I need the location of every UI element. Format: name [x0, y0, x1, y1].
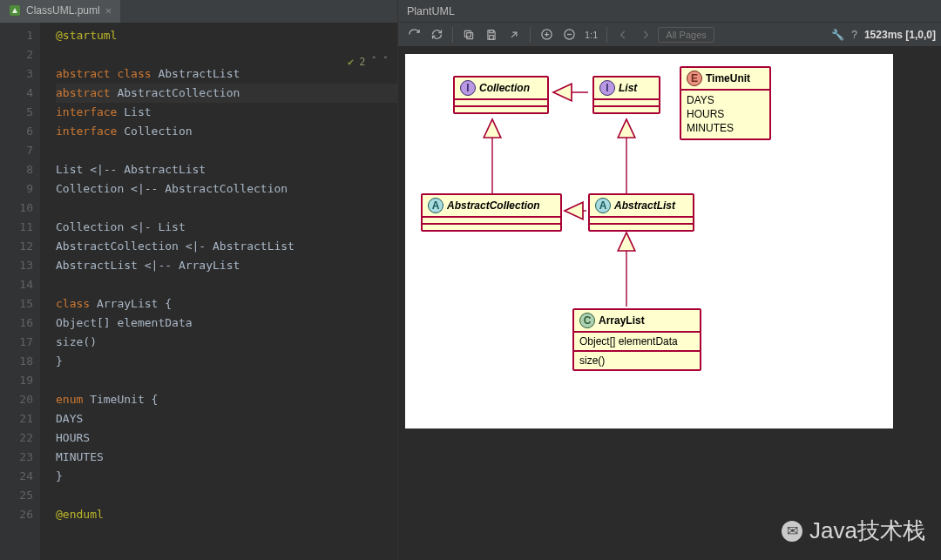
interface-badge-icon: I	[599, 80, 615, 96]
next-problem-icon[interactable]: ˇ	[382, 52, 389, 71]
uml-interface-list: IList	[592, 76, 660, 114]
help-icon[interactable]: ?	[851, 29, 857, 41]
enum-value: DAYS	[687, 93, 764, 107]
code-line[interactable]: List <|-- AbstractList	[56, 160, 397, 179]
zoom-out-icon[interactable]	[559, 25, 579, 44]
enum-value: HOURS	[687, 107, 764, 121]
code-line[interactable]: class ArrayList {	[56, 294, 397, 314]
code-line[interactable]: @startuml	[56, 26, 397, 45]
zoom-in-icon[interactable]	[536, 25, 557, 44]
code-area[interactable]: @startuml abstract class AbstractListabs…	[40, 23, 397, 560]
diagram-canvas: ICollection IList ETimeUnit DAYS HOURS M	[405, 54, 893, 428]
enum-value: MINUTES	[687, 121, 764, 135]
next-page-icon[interactable]	[635, 25, 656, 44]
code-line[interactable]	[56, 199, 397, 218]
code-line[interactable]: Collection <|- List	[56, 218, 397, 237]
file-tab-label: ClassUML.puml	[26, 4, 100, 17]
code-line[interactable]: DAYS	[56, 409, 397, 428]
code-line[interactable]	[56, 275, 397, 294]
interface-badge-icon: I	[460, 80, 476, 96]
code-line[interactable]: AbstractCollection <|- AbstractList	[56, 237, 397, 256]
svg-rect-3	[490, 30, 494, 32]
code-line[interactable]: interface Collection	[56, 122, 397, 141]
code-line[interactable]: @enduml	[56, 505, 397, 524]
code-line[interactable]	[56, 141, 397, 160]
inspection-count: 2	[359, 52, 365, 71]
code-line[interactable]: HOURS	[56, 428, 397, 448]
close-icon[interactable]: ×	[105, 4, 112, 17]
inspection-check-icon: ✔	[348, 52, 354, 71]
code-line[interactable]: AbstractList <|-- ArrayList	[56, 256, 397, 275]
file-tab[interactable]: ClassUML.puml ×	[0, 0, 120, 23]
prev-problem-icon[interactable]: ˆ	[371, 52, 377, 71]
code-line[interactable]: abstract AbstractCollection	[56, 84, 397, 103]
uml-abstract-abstractcollection: AAbstractCollection	[421, 193, 562, 232]
svg-rect-1	[467, 32, 473, 38]
code-line[interactable]: Collection <|-- AbstractCollection	[56, 179, 397, 199]
uml-name: AbstractList	[614, 199, 675, 212]
plantuml-file-icon	[9, 4, 21, 17]
uml-name: AbstractCollection	[447, 199, 540, 212]
svg-rect-2	[464, 30, 470, 37]
code-line[interactable]: size()	[56, 333, 397, 352]
preview-titlebar: PlantUML	[398, 0, 941, 23]
abstract-badge-icon: A	[428, 198, 443, 213]
code-line[interactable]: Object[] elementData	[56, 314, 397, 333]
uml-name: Collection	[479, 82, 530, 94]
diagram-viewport[interactable]: ICollection IList ETimeUnit DAYS HOURS M	[398, 47, 941, 560]
watermark-text: Java技术栈	[809, 516, 925, 546]
uml-abstract-abstractlist: AAbstractList	[588, 193, 694, 232]
wechat-icon: ✉	[782, 521, 802, 542]
class-badge-icon: C	[579, 313, 595, 328]
all-pages-button[interactable]: All Pages	[658, 27, 714, 43]
code-line[interactable]	[56, 45, 397, 64]
preview-title: PlantUML	[407, 5, 455, 17]
zoom-actual-button[interactable]: 1:1	[581, 25, 601, 44]
uml-name: List	[619, 82, 637, 94]
uml-name: TimeUnit	[706, 72, 750, 84]
uml-name: ArrayList	[599, 314, 645, 327]
auto-refresh-icon[interactable]	[426, 25, 447, 44]
uml-field: Object[] elementData	[574, 333, 700, 352]
inspection-hints[interactable]: ✔ 2 ˆ ˇ	[348, 52, 389, 71]
uml-class-arraylist: CArrayList Object[] elementData size()	[572, 308, 701, 371]
copy-icon[interactable]	[458, 25, 479, 44]
code-line[interactable]	[56, 371, 397, 390]
settings-icon[interactable]: 🔧	[831, 29, 844, 41]
uml-interface-collection: ICollection	[453, 76, 549, 114]
uml-enum-timeunit: ETimeUnit DAYS HOURS MINUTES	[680, 66, 771, 140]
line-gutter: 1234567891011121314151617181920212223242…	[0, 23, 40, 560]
abstract-badge-icon: A	[595, 198, 611, 213]
code-line[interactable]: enum TimeUnit {	[56, 390, 397, 409]
render-status: 1523ms [1,0,0]	[864, 29, 936, 41]
watermark: ✉ Java技术栈	[782, 516, 925, 546]
code-line[interactable]: interface List	[56, 103, 397, 122]
enum-badge-icon: E	[687, 71, 702, 86]
code-line[interactable]: MINUTES	[56, 448, 397, 467]
save-icon[interactable]	[481, 25, 502, 44]
preview-toolbar: 1:1 All Pages 🔧 ? 1523ms [1,0,0]	[398, 23, 941, 47]
code-line[interactable]: }	[56, 352, 397, 371]
uml-method: size()	[574, 352, 700, 369]
code-line[interactable]: }	[56, 467, 397, 486]
code-editor[interactable]: 1234567891011121314151617181920212223242…	[0, 23, 397, 560]
editor-tabbar: ClassUML.puml ×	[0, 0, 397, 23]
code-line[interactable]: abstract class AbstractList	[56, 64, 397, 84]
svg-rect-4	[490, 35, 494, 39]
code-line[interactable]	[56, 486, 397, 505]
export-icon[interactable]	[504, 25, 525, 44]
prev-page-icon[interactable]	[613, 25, 633, 44]
refresh-icon[interactable]	[403, 25, 424, 44]
